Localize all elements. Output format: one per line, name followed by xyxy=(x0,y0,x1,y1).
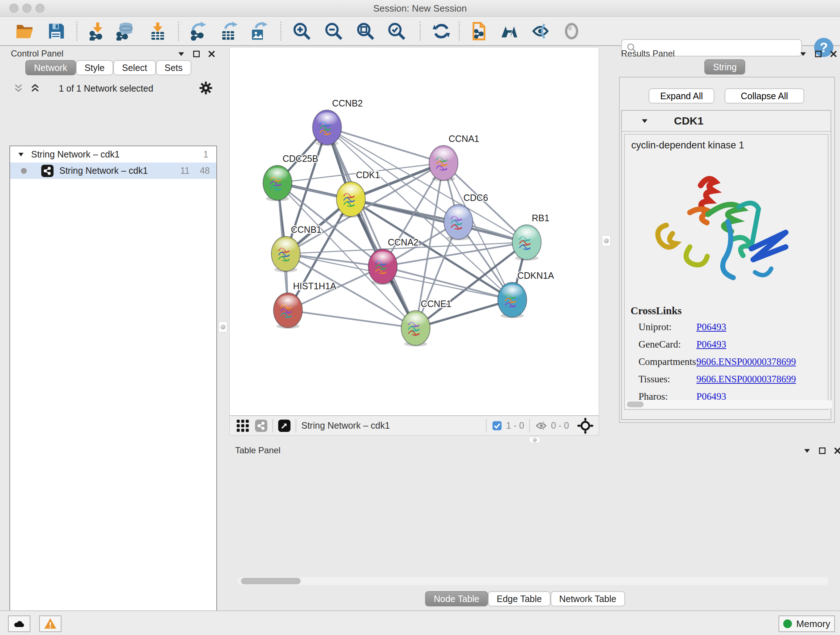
crosslink-row: GeneCard:P06493 xyxy=(638,339,827,350)
collapse-panel-icon[interactable] xyxy=(803,447,811,455)
hidden-eye-icon[interactable] xyxy=(535,420,547,432)
open-in-window-icon[interactable] xyxy=(278,420,291,432)
collapse-panel-icon[interactable] xyxy=(799,50,807,58)
float-panel-icon[interactable] xyxy=(818,447,826,455)
float-panel-icon[interactable] xyxy=(814,50,822,58)
close-panel-icon[interactable] xyxy=(834,447,840,455)
birds-eye-toggle-icon[interactable] xyxy=(577,417,594,434)
node-count: 11 xyxy=(180,165,189,176)
network-tree-root-row[interactable]: String Network – cdk1 1 xyxy=(10,146,216,163)
expand-all-button[interactable]: Expand All xyxy=(649,88,714,103)
import-table-file-icon[interactable] xyxy=(148,21,168,41)
selected-node-edge-counts: 1 - 0 xyxy=(506,420,524,431)
window-title: Session: New Session xyxy=(0,3,840,14)
network-edge[interactable] xyxy=(327,127,416,328)
network-node-ccnb2[interactable]: CCNB2 xyxy=(313,98,363,146)
network-edge[interactable] xyxy=(327,127,444,163)
network-node-cdkn1a[interactable]: CDKN1A xyxy=(498,271,554,318)
selected-checkbox-icon[interactable] xyxy=(492,420,502,431)
network-selection-status: 1 of 1 Network selected xyxy=(3,83,209,94)
tab-sets[interactable]: Sets xyxy=(156,60,191,75)
float-panel-icon[interactable] xyxy=(193,50,201,58)
network-view-title: String Network – cdk1 xyxy=(302,420,390,431)
new-network-from-selection-icon[interactable] xyxy=(469,21,489,41)
tab-edge-table[interactable]: Edge Table xyxy=(488,591,551,606)
node-label-cdkn1a: CDKN1A xyxy=(517,271,554,280)
memory-status-icon xyxy=(783,619,792,628)
crosslink-link[interactable]: 9606.ENSP00000378699 xyxy=(696,356,796,367)
network-options-gear-icon[interactable] xyxy=(198,80,213,97)
gene-symbol: CDK1 xyxy=(674,115,704,127)
tab-network[interactable]: Network xyxy=(25,60,76,75)
import-network-database-icon[interactable] xyxy=(115,21,135,41)
current-network-dot-icon xyxy=(21,168,27,174)
network-node-hist1h1a[interactable]: HIST1H1A xyxy=(273,281,336,329)
crosslinks-heading: CrossLinks xyxy=(630,305,682,317)
zoom-in-icon[interactable] xyxy=(292,21,312,41)
crosslinks-list: Uniprot:P06493GeneCard:P06493Compartment… xyxy=(638,321,827,409)
crosslink-link[interactable]: P06493 xyxy=(696,339,726,350)
toolbar-separator xyxy=(76,22,77,41)
node-label-ccnb1: CCNB1 xyxy=(291,225,322,234)
network-node-ccne1[interactable]: CCNE1 xyxy=(401,299,452,347)
network-node-ccna1[interactable]: CCNA1 xyxy=(429,134,479,181)
network-canvas[interactable]: CDK1CCNB2CCNA1CDC25BCDC6RB1CCNB1CCNA2CDK… xyxy=(229,47,599,416)
first-neighbors-icon[interactable] xyxy=(499,21,519,41)
node-label-ccna2: CCNA2 xyxy=(388,237,418,247)
open-session-icon[interactable] xyxy=(14,21,35,41)
crosslink-label: Tissues: xyxy=(638,374,696,385)
save-session-icon[interactable] xyxy=(46,21,66,41)
zoom-selected-icon[interactable] xyxy=(386,21,407,41)
node-label-ccnb2: CCNB2 xyxy=(332,98,363,108)
network-node-rb1[interactable]: RB1 xyxy=(512,213,549,261)
tab-node-table[interactable]: Node Table xyxy=(425,591,488,606)
network-tree-child-row[interactable]: String Network – cdk1 11 48 xyxy=(10,163,216,179)
control-panel-title: Control Panel xyxy=(11,49,63,59)
collapse-panel-icon[interactable] xyxy=(177,50,185,58)
close-panel-icon[interactable] xyxy=(829,50,837,58)
tree-expander-icon[interactable] xyxy=(17,151,25,158)
window-titlebar: Session: New Session xyxy=(0,0,840,17)
gene-card-hscrollbar[interactable] xyxy=(625,401,832,409)
export-table-icon[interactable] xyxy=(219,21,240,41)
table-hscrollbar[interactable] xyxy=(237,577,829,585)
rendering-toggle-icon[interactable] xyxy=(561,21,582,41)
gene-card-header[interactable]: CDK1 xyxy=(622,111,831,132)
tab-select[interactable]: Select xyxy=(113,60,156,75)
node-label-hist1h1a: HIST1H1A xyxy=(293,281,336,291)
results-panel: Results Panel String Expand All Collapse… xyxy=(616,47,836,424)
table-hscrollbar-thumb[interactable] xyxy=(241,578,301,584)
network-graph[interactable]: CDK1CCNB2CCNA1CDC25BCDC6RB1CCNB1CCNA2CDK… xyxy=(230,48,599,415)
network-edge[interactable] xyxy=(288,310,416,328)
crosslink-link[interactable]: 9606.ENSP00000378699 xyxy=(696,374,796,385)
warning-icon xyxy=(44,617,57,630)
export-image-icon[interactable] xyxy=(249,21,269,41)
network-view-footer: String Network – cdk1 1 - 0 0 - 0 xyxy=(229,416,599,435)
show-hide-graphics-details-icon[interactable] xyxy=(531,21,551,41)
toolbar-separator xyxy=(178,22,179,41)
network-tree: String Network – cdk1 1 String Network –… xyxy=(9,146,217,635)
grid-view-icon[interactable] xyxy=(235,418,250,433)
close-panel-icon[interactable] xyxy=(208,50,216,58)
results-tab-string[interactable]: String xyxy=(704,59,745,74)
tab-style[interactable]: Style xyxy=(76,60,114,75)
warnings-button[interactable] xyxy=(39,616,62,632)
network-collection-label: String Network – cdk1 xyxy=(31,149,120,160)
tab-network-table[interactable]: Network Table xyxy=(551,591,625,606)
string-view-icon[interactable] xyxy=(255,420,267,432)
crosslink-label: Compartments: xyxy=(638,356,696,367)
table-tabs: Node TableEdge TableNetwork Table xyxy=(425,591,625,606)
refresh-icon[interactable] xyxy=(431,21,452,41)
gene-expander-icon[interactable] xyxy=(641,117,649,125)
collapse-all-button[interactable]: Collapse All xyxy=(725,88,804,103)
export-network-icon[interactable] xyxy=(188,21,208,41)
right-splitter-grip[interactable] xyxy=(602,235,611,246)
left-splitter-grip[interactable] xyxy=(218,321,227,333)
crosslink-link[interactable]: P06493 xyxy=(696,321,726,333)
zoom-out-icon[interactable] xyxy=(324,21,344,41)
memory-button[interactable]: Memory xyxy=(778,616,835,632)
import-network-file-icon[interactable] xyxy=(88,21,108,41)
cloud-button[interactable] xyxy=(8,616,30,632)
fit-content-icon[interactable] xyxy=(355,21,376,41)
control-panel: Control Panel NetworkStyleSelectSets 1 o… xyxy=(3,47,215,603)
